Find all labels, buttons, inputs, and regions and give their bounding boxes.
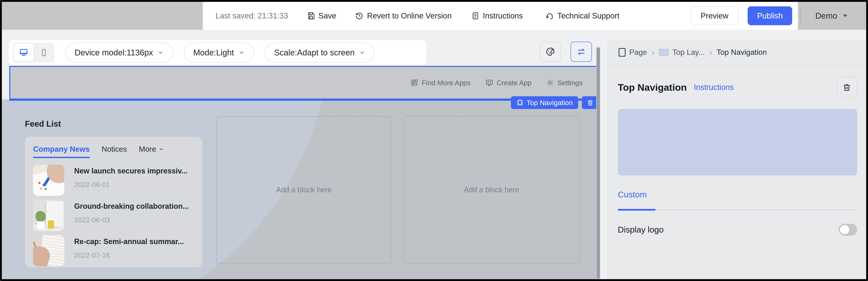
feed-item[interactable]: Re-cap: Semi-annual summar... 2022-07-16: [33, 235, 195, 267]
selection-badge[interactable]: Top Navigation: [511, 96, 578, 109]
scrollbar-thumb[interactable]: [597, 48, 600, 279]
breadcrumb-top-layout[interactable]: Top Lay...: [659, 48, 705, 57]
demo-switcher[interactable]: Demo: [798, 2, 866, 30]
feed-item[interactable]: Ground-breaking collaboration... 2022-06…: [33, 200, 195, 231]
display-logo-label: Display logo: [618, 225, 663, 235]
device-toggle: [13, 43, 55, 62]
panel-tabline: [618, 209, 857, 211]
feed-item-thumbnail: [33, 200, 64, 231]
feed-list-card: Company News Notices More New launch sec…: [25, 137, 203, 267]
history-revert-icon: [355, 11, 364, 20]
panel-body: Top Navigation Instructions Custom Displ…: [607, 65, 866, 236]
mobile-icon: [39, 48, 48, 57]
topbar-main: Last saved: 21:31:33 Save Revert to Onli…: [203, 2, 798, 30]
document-icon: [471, 12, 479, 20]
apps-grid-plus-icon: [411, 79, 418, 86]
chevron-down-icon: [359, 49, 365, 56]
gear-icon: [546, 79, 554, 86]
breadcrumb-current: Top Navigation: [717, 48, 767, 57]
headset-icon: [546, 11, 554, 20]
breadcrumb: Page › Top Lay... › Top Navigation: [607, 40, 866, 65]
feed-list-title: Feed List: [25, 119, 61, 129]
instructions-link[interactable]: Instructions: [694, 83, 734, 92]
canvas-scrollbar[interactable]: [596, 46, 600, 279]
feed-item-thumbnail: [33, 235, 64, 267]
topbar-left-spacer: [2, 2, 203, 30]
layout-icon: [659, 49, 669, 56]
topbar: Last saved: 21:31:33 Save Revert to Onli…: [2, 2, 866, 30]
theme-palette-button[interactable]: [540, 42, 561, 62]
technical-support-button[interactable]: Technical Support: [546, 11, 619, 20]
puzzle-icon: [516, 99, 524, 106]
monitor-code-icon: [486, 79, 493, 86]
scale-dropdown[interactable]: Scale:Adapt to screen: [265, 42, 375, 63]
breadcrumb-page[interactable]: Page: [619, 48, 647, 57]
publish-button[interactable]: Publish: [748, 6, 792, 25]
feed-item-date: 2022-07-16: [74, 251, 184, 259]
mobile-view-button[interactable]: [34, 44, 54, 61]
feed-item-title: New launch secures impressiv...: [74, 167, 188, 175]
chevron-down-icon: [158, 49, 164, 56]
swap-arrows-icon: [576, 46, 586, 57]
feed-item-text: New launch secures impressiv... 2022-06-…: [74, 165, 188, 189]
panel-title: Top Navigation: [618, 82, 687, 93]
settings-link[interactable]: Settings: [546, 79, 583, 87]
feed-item-date: 2022-06-03: [74, 216, 189, 224]
desktop-view-button[interactable]: [14, 44, 33, 61]
panel-title-row: Top Navigation Instructions: [618, 77, 857, 98]
device-model-dropdown[interactable]: Device model:1136px: [65, 42, 173, 63]
breadcrumb-separator: ›: [709, 48, 712, 57]
mode-dropdown[interactable]: Mode:Light: [184, 42, 254, 63]
last-saved-text: Last saved: 21:31:33: [216, 11, 288, 20]
canvas-toolbar: Device model:1136px Mode:Light Scale:Ada…: [9, 40, 426, 65]
save-button[interactable]: Save: [307, 11, 336, 20]
feed-tabs: Company News Notices More: [33, 145, 195, 158]
feed-item-text: Ground-breaking collaboration... 2022-06…: [74, 200, 189, 224]
tabline-active-indicator: [618, 209, 656, 211]
toggle-knob: [840, 225, 849, 235]
chevron-down-icon: [239, 49, 245, 56]
demo-label: Demo: [815, 11, 837, 21]
chevron-down-icon: [159, 146, 164, 152]
add-block-placeholder[interactable]: Add a block here: [216, 116, 391, 264]
delete-component-button[interactable]: [837, 77, 857, 98]
save-icon: [307, 12, 315, 20]
tab-more[interactable]: More: [139, 145, 164, 158]
instructions-button[interactable]: Instructions: [471, 11, 523, 20]
feed-item[interactable]: New launch secures impressiv... 2022-06-…: [33, 165, 195, 196]
trash-icon: [842, 83, 851, 92]
display-logo-toggle[interactable]: [839, 224, 857, 236]
breadcrumb-separator: ›: [651, 48, 654, 57]
page-icon: [619, 48, 626, 57]
feed-item-title: Re-cap: Semi-annual summar...: [74, 237, 184, 246]
topbar-divider: [800, 7, 801, 25]
component-preview-block: [618, 109, 857, 175]
feed-item-date: 2022-06-01: [74, 181, 188, 189]
settings-panel: Page › Top Lay... › Top Navigation Top N…: [607, 40, 866, 279]
display-logo-row: Display logo: [618, 224, 857, 236]
tab-company-news[interactable]: Company News: [33, 145, 90, 158]
selection-badge-row: Top Navigation: [511, 96, 599, 109]
tab-notices[interactable]: Notices: [102, 145, 127, 158]
find-more-apps-link[interactable]: Find More Apps: [411, 79, 471, 87]
tab-custom[interactable]: Custom: [618, 190, 647, 200]
swap-panels-button[interactable]: [570, 42, 592, 62]
top-navigation-block[interactable]: Find More Apps Create App Settings: [9, 66, 600, 101]
feed-item-text: Re-cap: Semi-annual summar... 2022-07-16: [74, 235, 184, 259]
app-window: Last saved: 21:31:33 Save Revert to Onli…: [0, 0, 868, 281]
preview-button[interactable]: Preview: [691, 6, 738, 25]
feed-item-title: Ground-breaking collaboration...: [74, 202, 189, 211]
trash-icon: [587, 99, 594, 106]
caret-down-icon: [842, 12, 849, 19]
revert-to-online-button[interactable]: Revert to Online Version: [355, 11, 452, 20]
create-app-link[interactable]: Create App: [486, 79, 531, 87]
desktop-icon: [19, 48, 28, 57]
feed-item-thumbnail: [33, 165, 64, 196]
feed-items: New launch secures impressiv... 2022-06-…: [33, 165, 195, 267]
add-block-placeholder[interactable]: Add a block here: [403, 116, 580, 264]
palette-icon: [546, 47, 555, 57]
